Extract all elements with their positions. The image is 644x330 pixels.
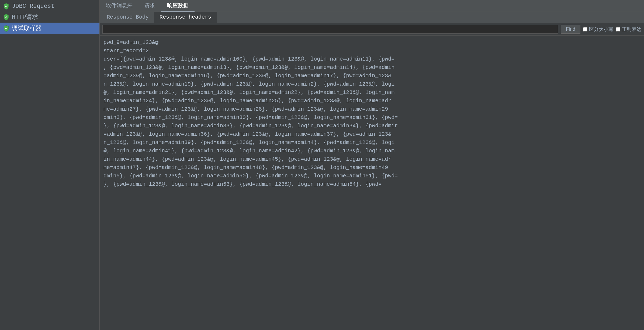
tab-response-data[interactable]: 响应数据 [161,0,195,12]
content-line-8: me=admin27}, {pwd=admin_123&@, login_nam… [103,105,640,113]
main-content: 软件消息来 请求 响应数据 Response Body Response hea… [100,0,644,330]
sidebar-item-jdbc[interactable]: JDBC Request [0,1,99,11]
case-sensitive-label: 区分大小写 [589,26,613,33]
tab-response-body[interactable]: Response Body [101,12,154,23]
sidebar-item-http[interactable]: HTTP请求 [0,11,99,23]
app-container: JDBC Request HTTP请求 调试取样器 软件消息来 请求 响应数据 [0,0,644,330]
content-line-14: in_name=admin44}, {pwd=admin_123&@, logi… [103,155,640,163]
shield-icon-jdbc [3,3,10,10]
toolbar: Find 区分大小写 正则表达 [100,23,644,36]
content-line-11: =admin_123&@, login_name=admin36}, {pwd=… [103,130,640,138]
sidebar-item-http-label: HTTP请求 [12,13,38,21]
content-line-9: dmin3}, {pwd=admin_123&@, login_name=adm… [103,113,640,122]
content-line-5: n_123&@, login_name=admin19}, {pwd=admin… [103,80,640,88]
sidebar-item-debug-label: 调试取样器 [12,24,41,32]
content-area[interactable]: pwd_9=admin_123&@ start_record=2 user=[{… [100,36,644,330]
content-line-4: =admin_123&@, login_name=admin16}, {pwd=… [103,72,640,80]
content-line-3: , {pwd=admin_123&@, login_name=admin13},… [103,63,640,72]
search-input[interactable] [102,25,558,34]
content-line-15: me=admin47}, {pwd=admin_123&@, login_nam… [103,163,640,172]
case-sensitive-checkbox[interactable] [583,27,587,31]
content-line-17: }, {pwd=admin_123&@, login_name=admin53}… [103,180,640,188]
tab-software-msg[interactable]: 软件消息来 [100,0,139,12]
sidebar-item-debug[interactable]: 调试取样器 [0,23,99,34]
content-line-7: in_name=admin24}, {pwd=admin_123&@, logi… [103,97,640,105]
content-line-13: @, login_name=admin41}, {pwd=admin_123&@… [103,147,640,155]
regex-checkbox[interactable] [616,27,620,31]
content-line-10: }, {pwd=admin_123&@, login_name=admin33}… [103,122,640,130]
content-line-1: start_record=2 [103,47,640,55]
tab-response-headers[interactable]: Response headers [154,12,217,23]
content-line-16: dmin5}, {pwd=admin_123&@, login_name=adm… [103,172,640,180]
content-line-0: pwd_9=admin_123&@ [103,38,640,47]
response-tab-bar: Response Body Response headers [100,12,644,23]
content-line-6: @, login_name=admin21}, {pwd=admin_123&@… [103,88,640,97]
regex-group: 正则表达 [616,26,641,33]
tab-request[interactable]: 请求 [139,0,161,12]
sidebar-item-jdbc-label: JDBC Request [12,3,54,10]
content-line-12: n_123&@, login_name=admin39}, {pwd=admin… [103,138,640,147]
regex-label: 正则表达 [622,26,641,33]
top-tab-bar: 软件消息来 请求 响应数据 [100,0,644,12]
case-sensitive-group: 区分大小写 [583,26,613,33]
find-button[interactable]: Find [561,25,580,34]
shield-icon-debug [3,25,10,32]
content-line-2: user=[{pwd=admin_123&@, login_name=admin… [103,55,640,63]
sidebar: JDBC Request HTTP请求 调试取样器 [0,0,100,330]
shield-icon-http [3,13,10,20]
